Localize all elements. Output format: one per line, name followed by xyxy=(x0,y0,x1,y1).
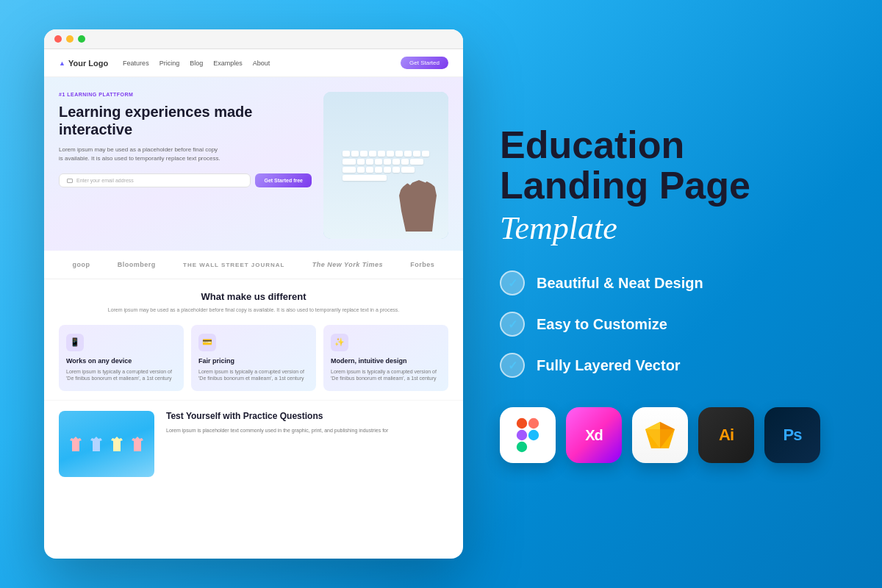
key xyxy=(360,151,368,157)
logo-text: Your Logo xyxy=(68,59,108,68)
shirt-icon-yellow xyxy=(110,437,124,451)
bottom-image xyxy=(59,411,154,477)
feature-cards: 📱 Works on any device Lorem ipsum is typ… xyxy=(59,325,448,392)
bottom-title: Test Yourself with Practice Questions xyxy=(166,411,448,421)
feature-item-0: ✓ Beautiful & Neat Design xyxy=(500,270,838,295)
key xyxy=(366,167,373,173)
hero-badge: #1 Learning Plattform xyxy=(59,92,312,97)
key xyxy=(387,151,394,157)
svg-point-4 xyxy=(528,430,539,440)
xd-icon[interactable]: Xd xyxy=(566,407,622,463)
key xyxy=(343,159,356,165)
key xyxy=(401,159,409,165)
hero-input-row: Enter your email address Get Started fre… xyxy=(59,173,312,187)
key xyxy=(375,159,382,165)
svg-rect-0 xyxy=(517,418,527,429)
hero-image xyxy=(323,92,448,239)
shirt-icon-blue xyxy=(89,437,104,451)
bottom-section: Test Yourself with Practice Questions Lo… xyxy=(44,401,463,487)
sketch-icon[interactable] xyxy=(632,407,688,463)
figma-icon[interactable] xyxy=(500,407,556,463)
nav-link-features[interactable]: Features xyxy=(123,60,149,67)
logo-wsj: THE WALL STREET JOURNAL xyxy=(183,262,284,268)
browser-dot-minimize[interactable] xyxy=(66,35,74,43)
bottom-description: Lorem ipsum is placeholder text commonly… xyxy=(166,427,448,435)
key xyxy=(392,159,400,165)
key xyxy=(410,159,423,165)
key xyxy=(422,151,429,157)
key xyxy=(413,151,420,157)
main-title: Education Landing Page xyxy=(500,125,838,205)
feature-card-2: ✨ Modern, intuitive design Lorem ipsum i… xyxy=(323,325,448,392)
feature-icon-design: ✨ xyxy=(331,334,348,351)
features-section-desc: Lorem ipsum may be used as a placeholder… xyxy=(59,306,448,315)
logo-bloomberg: Bloomberg xyxy=(118,261,156,268)
hero-section: #1 Learning Plattform Learning experienc… xyxy=(44,77,463,251)
nav-link-examples[interactable]: Examples xyxy=(213,60,243,67)
feature-item-2: ✓ Fully Layered Vector xyxy=(500,353,838,378)
main-title-line2: Landing Page xyxy=(500,164,750,207)
logos-bar: goop Bloomberg THE WALL STREET JOURNAL T… xyxy=(44,251,463,279)
nav-cta-button[interactable]: Get Started xyxy=(401,57,448,69)
app-icons: Xd Ai Ps xyxy=(500,407,838,463)
features-list: ✓ Beautiful & Neat Design ✓ Easy to Cust… xyxy=(500,270,838,378)
key xyxy=(392,167,400,173)
browser-mockup: Your Logo Features Pricing Blog Examples… xyxy=(44,29,463,559)
feature-card-desc-0: Lorem ipsum is typically a corrupted ver… xyxy=(66,368,176,383)
features-section-title: What make us different xyxy=(59,291,448,302)
key xyxy=(378,151,385,157)
feature-icon-device: 📱 xyxy=(66,334,84,351)
nav-link-blog[interactable]: Blog xyxy=(190,60,203,67)
svg-rect-2 xyxy=(517,430,527,440)
shirt-icon-pink-2 xyxy=(130,437,145,451)
browser-dot-close[interactable] xyxy=(54,35,62,43)
logo-goop: goop xyxy=(73,261,90,268)
key xyxy=(384,167,391,173)
ai-label: Ai xyxy=(719,426,734,445)
features-section: What make us different Lorem ipsum may b… xyxy=(44,279,463,401)
feature-card-0: 📱 Works on any device Lorem ipsum is typ… xyxy=(59,325,184,392)
feature-card-title-0: Works on any device xyxy=(66,357,176,365)
key xyxy=(343,167,356,173)
nav-link-pricing[interactable]: Pricing xyxy=(159,60,180,67)
browser-content: Your Logo Features Pricing Blog Examples… xyxy=(44,49,463,556)
feature-label-2: Fully Layered Vector xyxy=(537,357,681,374)
key xyxy=(404,151,412,157)
key xyxy=(369,151,376,157)
check-circle-2: ✓ xyxy=(500,353,525,378)
feature-card-desc-1: Lorem ipsum is typically a corrupted ver… xyxy=(198,368,309,383)
figma-svg xyxy=(514,417,541,453)
ps-label: Ps xyxy=(784,426,802,445)
check-icon-2: ✓ xyxy=(508,359,517,373)
feature-icon-pricing: 💳 xyxy=(198,334,216,351)
hero-cta-button[interactable]: Get Started free xyxy=(255,173,312,187)
key xyxy=(357,159,365,165)
email-icon xyxy=(67,179,73,183)
script-title: Template xyxy=(500,212,838,245)
hero-title: Learning experiences made interactive xyxy=(59,103,312,138)
feature-item-1: ✓ Easy to Customize xyxy=(500,312,838,337)
ps-icon[interactable]: Ps xyxy=(764,407,820,463)
spacebar-key xyxy=(343,175,387,181)
svg-rect-1 xyxy=(528,418,539,429)
key xyxy=(351,151,359,157)
feature-card-title-2: Modern, intuitive design xyxy=(331,357,441,365)
hero-description: Lorem ipsum may be used as a placeholder… xyxy=(59,146,220,163)
nav-link-about[interactable]: About xyxy=(253,60,270,67)
feature-card-1: 💳 Fair pricing Lorem ipsum is typically … xyxy=(191,325,316,392)
logo-forbes: Forbes xyxy=(410,261,434,268)
email-placeholder: Enter your email address xyxy=(76,178,134,183)
key xyxy=(401,167,415,173)
site-logo: Your Logo xyxy=(59,59,108,68)
nav-links: Features Pricing Blog Examples About xyxy=(123,60,386,67)
check-icon-1: ✓ xyxy=(508,318,517,331)
bottom-text: Test Yourself with Practice Questions Lo… xyxy=(166,411,448,477)
key xyxy=(366,159,373,165)
browser-dot-fullscreen[interactable] xyxy=(78,35,85,43)
ai-icon[interactable]: Ai xyxy=(698,407,754,463)
key xyxy=(384,159,391,165)
key xyxy=(395,151,403,157)
email-input-container[interactable]: Enter your email address xyxy=(59,173,251,187)
logo-nyt: The New York Times xyxy=(312,261,383,268)
hero-left: #1 Learning Plattform Learning experienc… xyxy=(59,92,312,239)
